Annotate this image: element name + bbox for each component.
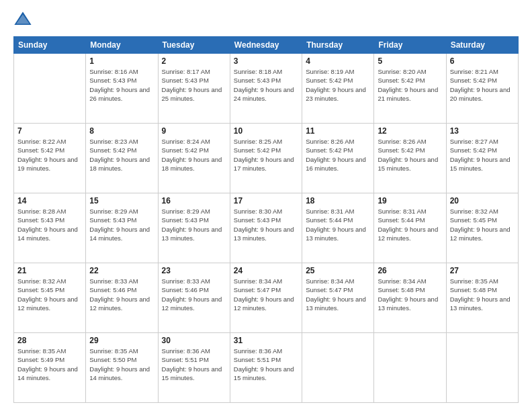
calendar-cell: 5 Sunrise: 8:20 AMSunset: 5:42 PMDayligh… (374, 54, 446, 124)
calendar-cell (302, 333, 374, 403)
day-number: 22 (89, 266, 154, 275)
day-info: Sunrise: 8:29 AMSunset: 5:43 PMDaylight:… (162, 207, 226, 242)
day-number: 1 (89, 56, 154, 66)
day-number: 2 (162, 56, 226, 66)
day-number: 10 (234, 126, 298, 136)
calendar-cell (14, 54, 86, 124)
day-number: 24 (234, 266, 298, 275)
day-number: 14 (17, 196, 82, 205)
day-info: Sunrise: 8:25 AMSunset: 5:42 PMDaylight:… (234, 137, 298, 173)
day-info: Sunrise: 8:29 AMSunset: 5:43 PMDaylight:… (89, 207, 154, 242)
calendar-cell: 15 Sunrise: 8:29 AMSunset: 5:43 PMDaylig… (86, 193, 158, 263)
day-info: Sunrise: 8:26 AMSunset: 5:42 PMDaylight:… (306, 137, 370, 173)
weekday-header-row: SundayMondayTuesdayWednesdayThursdayFrid… (14, 37, 519, 54)
day-number: 20 (450, 196, 515, 205)
calendar-cell: 23 Sunrise: 8:33 AMSunset: 5:46 PMDaylig… (158, 263, 230, 333)
day-number: 18 (306, 196, 370, 205)
weekday-header-tuesday: Tuesday (158, 37, 230, 54)
calendar-cell: 29 Sunrise: 8:35 AMSunset: 5:50 PMDaylig… (86, 333, 158, 403)
day-number: 23 (162, 266, 226, 275)
weekday-header-wednesday: Wednesday (230, 37, 302, 54)
calendar-cell: 2 Sunrise: 8:17 AMSunset: 5:43 PMDayligh… (158, 54, 230, 124)
logo (13, 11, 35, 30)
day-number: 29 (89, 336, 154, 345)
calendar-table: SundayMondayTuesdayWednesdayThursdayFrid… (13, 36, 519, 403)
calendar-cell: 22 Sunrise: 8:33 AMSunset: 5:46 PMDaylig… (86, 263, 158, 333)
day-info: Sunrise: 8:33 AMSunset: 5:46 PMDaylight:… (162, 277, 226, 312)
calendar-cell: 21 Sunrise: 8:32 AMSunset: 5:45 PMDaylig… (14, 263, 86, 333)
page: SundayMondayTuesdayWednesdayThursdayFrid… (0, 0, 532, 411)
day-info: Sunrise: 8:27 AMSunset: 5:42 PMDaylight:… (450, 137, 515, 173)
calendar-cell: 14 Sunrise: 8:28 AMSunset: 5:43 PMDaylig… (14, 193, 86, 263)
calendar-cell: 9 Sunrise: 8:24 AMSunset: 5:42 PMDayligh… (158, 124, 230, 193)
day-info: Sunrise: 8:24 AMSunset: 5:42 PMDaylight:… (162, 137, 226, 173)
calendar-cell: 26 Sunrise: 8:34 AMSunset: 5:48 PMDaylig… (374, 263, 446, 333)
day-number: 6 (450, 56, 515, 66)
day-info: Sunrise: 8:17 AMSunset: 5:43 PMDaylight:… (162, 67, 226, 103)
day-info: Sunrise: 8:34 AMSunset: 5:48 PMDaylight:… (378, 277, 442, 312)
day-info: Sunrise: 8:33 AMSunset: 5:46 PMDaylight:… (89, 277, 154, 312)
day-info: Sunrise: 8:31 AMSunset: 5:44 PMDaylight:… (306, 207, 370, 242)
day-info: Sunrise: 8:16 AMSunset: 5:43 PMDaylight:… (89, 67, 154, 103)
calendar-cell: 12 Sunrise: 8:26 AMSunset: 5:42 PMDaylig… (374, 124, 446, 193)
day-info: Sunrise: 8:32 AMSunset: 5:45 PMDaylight:… (450, 207, 515, 242)
calendar-cell: 30 Sunrise: 8:36 AMSunset: 5:51 PMDaylig… (158, 333, 230, 403)
weekday-header-thursday: Thursday (302, 37, 374, 54)
day-info: Sunrise: 8:26 AMSunset: 5:42 PMDaylight:… (378, 137, 442, 173)
day-info: Sunrise: 8:18 AMSunset: 5:43 PMDaylight:… (234, 67, 298, 103)
calendar-cell: 31 Sunrise: 8:36 AMSunset: 5:51 PMDaylig… (230, 333, 302, 403)
day-info: Sunrise: 8:36 AMSunset: 5:51 PMDaylight:… (162, 347, 226, 382)
day-number: 17 (234, 196, 298, 205)
day-info: Sunrise: 8:35 AMSunset: 5:50 PMDaylight:… (89, 347, 154, 382)
calendar-cell: 28 Sunrise: 8:35 AMSunset: 5:49 PMDaylig… (14, 333, 86, 403)
day-info: Sunrise: 8:30 AMSunset: 5:43 PMDaylight:… (234, 207, 298, 242)
week-row-2: 7 Sunrise: 8:22 AMSunset: 5:42 PMDayligh… (14, 124, 519, 193)
calendar-cell: 19 Sunrise: 8:31 AMSunset: 5:44 PMDaylig… (374, 193, 446, 263)
day-number: 28 (17, 336, 82, 345)
day-number: 25 (306, 266, 370, 275)
day-info: Sunrise: 8:21 AMSunset: 5:42 PMDaylight:… (450, 67, 515, 103)
day-number: 11 (306, 126, 370, 136)
day-number: 9 (162, 126, 226, 136)
calendar-cell: 3 Sunrise: 8:18 AMSunset: 5:43 PMDayligh… (230, 54, 302, 124)
day-info: Sunrise: 8:35 AMSunset: 5:49 PMDaylight:… (17, 347, 82, 382)
week-row-1: 1 Sunrise: 8:16 AMSunset: 5:43 PMDayligh… (14, 54, 519, 124)
day-number: 8 (89, 126, 154, 136)
calendar-cell: 4 Sunrise: 8:19 AMSunset: 5:42 PMDayligh… (302, 54, 374, 124)
day-number: 21 (17, 266, 82, 275)
calendar-cell: 24 Sunrise: 8:34 AMSunset: 5:47 PMDaylig… (230, 263, 302, 333)
calendar-cell: 27 Sunrise: 8:35 AMSunset: 5:48 PMDaylig… (446, 263, 518, 333)
calendar-cell: 25 Sunrise: 8:34 AMSunset: 5:47 PMDaylig… (302, 263, 374, 333)
day-info: Sunrise: 8:31 AMSunset: 5:44 PMDaylight:… (378, 207, 442, 242)
calendar-cell (446, 333, 518, 403)
day-info: Sunrise: 8:35 AMSunset: 5:48 PMDaylight:… (450, 277, 515, 312)
weekday-header-sunday: Sunday (14, 37, 86, 54)
week-row-3: 14 Sunrise: 8:28 AMSunset: 5:43 PMDaylig… (14, 193, 519, 263)
calendar-cell: 6 Sunrise: 8:21 AMSunset: 5:42 PMDayligh… (446, 54, 518, 124)
calendar-cell: 8 Sunrise: 8:23 AMSunset: 5:42 PMDayligh… (86, 124, 158, 193)
day-info: Sunrise: 8:19 AMSunset: 5:42 PMDaylight:… (306, 67, 370, 103)
day-info: Sunrise: 8:36 AMSunset: 5:51 PMDaylight:… (234, 347, 298, 382)
day-number: 12 (378, 126, 442, 136)
day-info: Sunrise: 8:22 AMSunset: 5:42 PMDaylight:… (17, 137, 82, 173)
calendar-cell: 16 Sunrise: 8:29 AMSunset: 5:43 PMDaylig… (158, 193, 230, 263)
day-number: 31 (234, 336, 298, 345)
day-info: Sunrise: 8:32 AMSunset: 5:45 PMDaylight:… (17, 277, 82, 312)
calendar-cell: 7 Sunrise: 8:22 AMSunset: 5:42 PMDayligh… (14, 124, 86, 193)
logo-icon (13, 11, 32, 30)
week-row-5: 28 Sunrise: 8:35 AMSunset: 5:49 PMDaylig… (14, 333, 519, 403)
day-info: Sunrise: 8:28 AMSunset: 5:43 PMDaylight:… (17, 207, 82, 242)
weekday-header-friday: Friday (374, 37, 446, 54)
day-number: 19 (378, 196, 442, 205)
day-info: Sunrise: 8:34 AMSunset: 5:47 PMDaylight:… (306, 277, 370, 312)
day-number: 4 (306, 56, 370, 66)
calendar-cell: 10 Sunrise: 8:25 AMSunset: 5:42 PMDaylig… (230, 124, 302, 193)
calendar-cell: 13 Sunrise: 8:27 AMSunset: 5:42 PMDaylig… (446, 124, 518, 193)
day-number: 3 (234, 56, 298, 66)
day-number: 26 (378, 266, 442, 275)
day-number: 7 (17, 126, 82, 136)
calendar-cell: 17 Sunrise: 8:30 AMSunset: 5:43 PMDaylig… (230, 193, 302, 263)
day-number: 16 (162, 196, 226, 205)
day-number: 13 (450, 126, 515, 136)
calendar-cell: 1 Sunrise: 8:16 AMSunset: 5:43 PMDayligh… (86, 54, 158, 124)
